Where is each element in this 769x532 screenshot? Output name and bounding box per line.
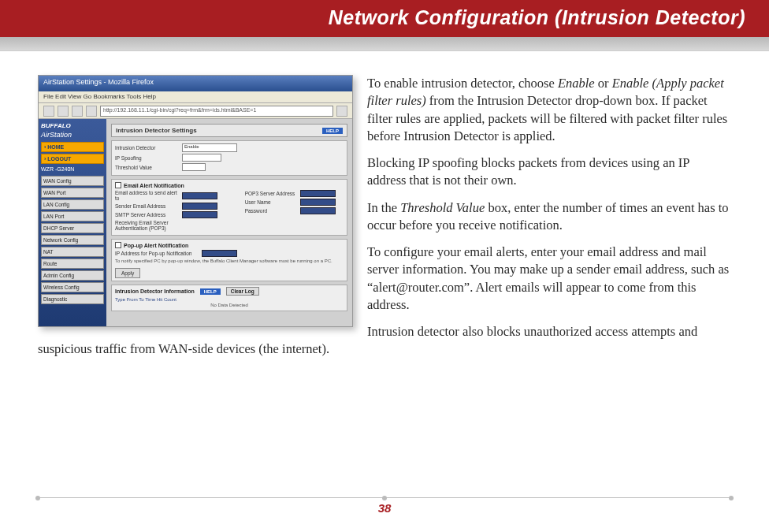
window-titlebar: AirStation Settings - Mozilla Firefox [39, 76, 352, 91]
field-label: POP3 Server Address [245, 191, 300, 196]
section-title: Email Alert Notification [124, 183, 184, 188]
page-header-banner: Network Configuration (Intrusion Detecto… [0, 0, 769, 37]
field-label: Threshold Value [115, 165, 182, 170]
browser-menubar: File Edit View Go Bookmarks Tools Help [39, 91, 352, 103]
address-bar[interactable]: http://192.168.11.1/cgi-bin/cgi?req=frm&… [100, 106, 333, 117]
forward-icon[interactable] [58, 106, 69, 117]
field-label: Email address to send alert to [115, 190, 182, 201]
page-title: Network Configuration (Intrusion Detecto… [329, 6, 745, 28]
threshold-input[interactable] [182, 163, 206, 171]
help-button[interactable]: HELP [322, 128, 343, 134]
header-divider [0, 37, 769, 51]
sidebar-item[interactable]: Route [41, 259, 104, 269]
checkbox-icon[interactable] [115, 182, 121, 188]
stop-icon[interactable] [86, 106, 97, 117]
alert-to-input[interactable] [182, 192, 217, 199]
sidebar-item[interactable]: NAT [41, 247, 104, 257]
sidebar-item[interactable]: WAN Config [41, 176, 104, 186]
popup-ip-input[interactable] [202, 250, 237, 257]
sidebar-item[interactable]: WAN Port [41, 188, 104, 198]
sidebar-item[interactable]: Wireless Config [41, 282, 104, 292]
field-label: Intrusion Detector [115, 145, 182, 151]
field-label: IP Address for Pop-up Notification [115, 251, 202, 256]
apply-button[interactable]: Apply [115, 268, 140, 278]
sidebar-item[interactable]: LAN Config [41, 199, 104, 210]
field-label: Receiving Email Server Authentication (P… [115, 220, 182, 231]
reload-icon[interactable] [72, 106, 83, 117]
no-data-text: No Data Detected [115, 303, 344, 308]
sidebar-item[interactable]: Network Config [41, 235, 104, 245]
username-input[interactable] [300, 199, 336, 206]
smtp-input[interactable] [182, 211, 217, 218]
sidebar-item[interactable]: DHCP Server [41, 223, 104, 233]
section-title: Pop-up Alert Notification [124, 243, 188, 248]
router-sidebar: BUFFALO AirStation › HOME › LOGOUT WZR -… [39, 119, 106, 326]
go-icon[interactable] [336, 106, 347, 117]
field-label: IP Spoofing [115, 155, 182, 161]
footer-rule [38, 497, 731, 498]
help-button[interactable]: HELP [200, 288, 221, 295]
sender-input[interactable] [182, 203, 217, 210]
model-number: WZR -G240N [41, 166, 104, 172]
clear-log-button[interactable]: Clear Log [226, 287, 259, 296]
panel-title: Intrusion Detector Settings [116, 127, 197, 134]
popup-note: To notify specified PC by pop-up window,… [115, 259, 344, 264]
intrusion-detector-select[interactable]: Enable [182, 143, 237, 152]
checkbox-icon[interactable] [115, 242, 121, 248]
password-input[interactable] [300, 207, 336, 214]
field-label: Password [245, 208, 300, 214]
ip-spoofing-input[interactable] [182, 154, 221, 162]
back-icon[interactable] [43, 106, 54, 117]
browser-toolbar: http://192.168.11.1/cgi-bin/cgi?req=frm&… [39, 103, 352, 119]
field-label: Sender Email Address [115, 203, 182, 209]
pop3-server-input[interactable] [300, 190, 336, 197]
page-number: 38 [38, 501, 731, 515]
page-content: AirStation Settings - Mozilla Firefox Fi… [0, 51, 769, 368]
sidebar-item[interactable]: Admin Config [41, 270, 104, 281]
table-header: Type From To Time Hit Count [115, 297, 344, 303]
embedded-screenshot: AirStation Settings - Mozilla Firefox Fi… [38, 75, 353, 327]
sidebar-item[interactable]: Diagnostic [41, 294, 104, 304]
panel-header: Intrusion Detector Settings HELP [111, 124, 347, 137]
brand-logo: BUFFALO [41, 122, 104, 129]
sidebar-item[interactable]: LAN Port [41, 211, 104, 221]
field-label: User Name [245, 199, 300, 205]
router-main-panel: Intrusion Detector Settings HELP Intrusi… [106, 119, 352, 326]
sidebar-home[interactable]: › HOME [41, 142, 104, 152]
sidebar-logout[interactable]: › LOGOUT [41, 154, 104, 164]
page-footer: 38 [38, 497, 731, 515]
paragraph-5: Intrusion detector also blocks unauthori… [38, 323, 731, 359]
field-label: SMTP Server Address [115, 212, 182, 218]
brand-sub: AirStation [41, 131, 104, 139]
section-title: Intrusion Detector Information [115, 288, 195, 294]
